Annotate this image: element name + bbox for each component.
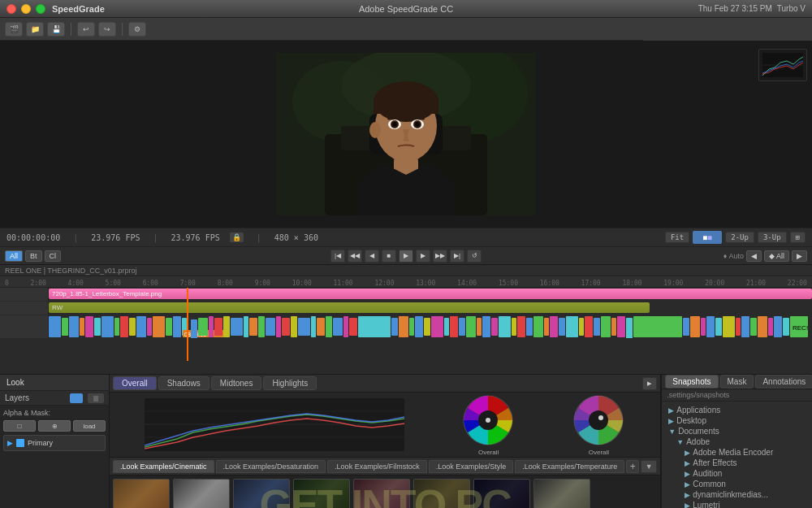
ruler-marks: 0 2:00 4:00 5:00 6:00 7:00 8:00 9:00 10:… [0,276,812,287]
look-tab-temperature[interactable]: .Look Examples/Temperature [515,460,624,473]
layers-icon [70,393,83,403]
svg-rect-29 [114,318,119,336]
new-btn[interactable]: 🎬 [5,22,23,37]
svg-rect-95 [706,316,715,337]
look-tab-desaturation[interactable]: .Look Examples/Desaturation [216,460,326,473]
look-tab-filmstock[interactable]: .Look Examples/Filmstock [327,460,427,473]
primary-layer[interactable]: ▶ Primary [3,435,106,451]
cl-btn[interactable]: Cl [45,250,62,262]
svg-rect-75 [499,316,511,337]
play-btn[interactable]: ▶ [399,250,413,263]
tree-common[interactable]: ▶ Common [665,479,812,489]
window-title: Adobe SpeedGrade CC [359,4,453,14]
track-label-3 [0,315,49,338]
look-tab-cinematic[interactable]: .Look Examples/Cinematic [113,460,214,473]
thumb-cinematic1[interactable]: Cinematic 1 [233,479,290,508]
prev-frame-btn[interactable]: ◀◀ [348,250,362,263]
track-content-1: 720p_1.85-1_Letterbox_Template.png [49,288,812,301]
undo-btn[interactable]: ↩ [77,22,95,37]
panel-toggle[interactable]: ▸ [642,377,657,390]
layer-btn-1[interactable]: □ [3,420,36,432]
svg-rect-31 [129,318,136,336]
thumb-bleachbypass[interactable]: Bleach Bypa... [533,479,590,508]
all-btn[interactable]: All [5,250,23,262]
go-end-btn[interactable]: ▶| [450,250,464,263]
thumb-sepia[interactable]: Sepia [113,479,170,508]
wheel2-label: Overall [589,449,609,456]
clip-bar-olive[interactable]: RW [49,302,650,313]
tab-annotations[interactable]: Annotations [755,375,812,389]
stop-btn[interactable]: ■ [382,250,396,263]
tree-dynamic[interactable]: ▶ dynamiclinkmedias... [665,489,812,500]
svg-rect-53 [291,316,297,337]
go-start-btn[interactable]: |◀ [330,250,345,263]
svg-rect-22 [49,316,61,337]
2up-btn[interactable]: 2-Up [725,232,754,243]
tab-midtones[interactable]: Midtones [211,376,262,390]
look-tab-style[interactable]: .Look Examples/Style [429,460,514,473]
tree-adobe[interactable]: ▼ Adobe [665,436,812,447]
minimize-button[interactable] [21,4,31,14]
tree-ame[interactable]: ▶ Adobe Media Encoder [665,447,812,458]
svg-rect-90 [626,318,633,338]
save-btn[interactable]: 💾 [47,22,65,37]
next-frame-btn[interactable]: ▶▶ [433,250,447,263]
color-scope [145,398,404,451]
tree-audition[interactable]: ▶ Audition [665,468,812,479]
tab-mask[interactable]: Mask [720,375,754,389]
svg-rect-72 [477,318,482,336]
clip-bar-label: 720p_1.85-1_Letterbox_Template.png [52,290,162,297]
svg-rect-87 [601,316,611,337]
folder-icon: ▶ [685,480,690,488]
step-back-btn[interactable]: ◀ [365,250,379,263]
svg-rect-42 [198,318,208,336]
redo-btn[interactable]: ↪ [98,22,116,37]
preview-area [0,41,812,228]
close-button[interactable] [6,4,16,14]
scope-btn[interactable]: ⊞ [790,232,806,243]
add-look-tab[interactable]: + [626,460,639,473]
tab-overall[interactable]: Overall [113,376,157,390]
mark-in[interactable]: ◀ [746,250,762,262]
tree-applications[interactable]: ▶ Applications [665,405,812,415]
fullscreen-button[interactable] [36,4,45,14]
clip-bar-pink[interactable]: 720p_1.85-1_Letterbox_Template.png [49,289,812,299]
color-wheel-1 [462,394,515,447]
svg-rect-9 [374,98,438,114]
layer-btn-2[interactable]: ⊕ [38,420,71,432]
open-btn[interactable]: 📁 [26,22,44,37]
tab-shadows[interactable]: Shadows [158,376,209,390]
loop-btn[interactable]: ↺ [467,250,482,263]
tree-lumetri[interactable]: ▶ Lumetri [665,500,812,508]
view-mode-active[interactable]: ■ ■ [693,231,722,244]
svg-point-14 [392,122,397,127]
folder-icon: ▶ [668,417,674,425]
layer-btn-3[interactable]: load [73,420,106,432]
settings-btn[interactable]: ⚙ [128,22,146,37]
tree-label: Desktop [676,416,706,425]
tree-ae[interactable]: ▶ After Effects [665,458,812,468]
thumb-daynight[interactable]: Day&Night [473,479,530,508]
tab-snapshots[interactable]: Snapshots [665,375,718,389]
look-thumbnails: GET INTO PC Download Free Sepia Bleach B… [110,475,660,508]
3up-btn[interactable]: 3-Up [758,232,787,243]
tree-desktop[interactable]: ▶ Desktop [665,415,812,426]
svg-rect-51 [276,316,281,337]
snapshots-path: .settings/snapshots [662,389,812,402]
mark-out[interactable]: ▶ [792,250,807,262]
svg-rect-33 [147,318,152,336]
thumb-cinematic2[interactable]: Cinematic 2 [293,479,350,508]
svg-rect-54 [298,318,310,336]
fit-btn[interactable]: Fit [665,232,689,243]
thumb-compression1[interactable]: Compression 1 [353,479,410,508]
step-forward-btn[interactable]: ▶ [416,250,430,263]
look-panel-options[interactable]: ▼ [641,460,657,473]
sep1 [71,23,71,36]
layers-options[interactable]: ||| [88,393,104,403]
tab-highlights[interactable]: Highlights [263,376,317,390]
tree-documents[interactable]: ▼ Documents [665,426,812,436]
bt-btn[interactable]: Bt [25,250,42,262]
all-clips[interactable]: ◆ All [764,250,789,262]
thumb-bleach[interactable]: Bleach Bypass... [173,479,230,508]
thumb-compression2[interactable]: Compression 2 [413,479,470,508]
